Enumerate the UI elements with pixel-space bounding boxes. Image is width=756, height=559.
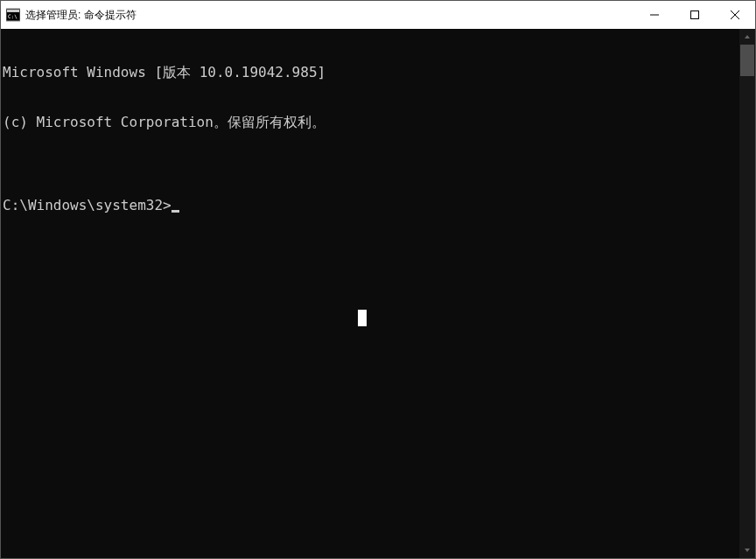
svg-marker-8	[745, 549, 750, 552]
titlebar[interactable]: C:\ 选择管理员: 命令提示符	[1, 1, 755, 29]
window-controls	[634, 1, 755, 29]
svg-rect-1	[7, 10, 19, 12]
selection-block	[358, 310, 367, 326]
cmd-icon: C:\	[6, 8, 20, 22]
scroll-up-button[interactable]	[739, 29, 755, 45]
svg-rect-4	[691, 11, 699, 19]
close-button[interactable]	[715, 1, 755, 29]
prompt-text: C:\Windows\system32>	[3, 197, 172, 213]
scrollbar-thumb[interactable]	[740, 45, 754, 76]
svg-marker-7	[745, 35, 750, 38]
terminal-area: Microsoft Windows [版本 10.0.19042.985] (c…	[1, 29, 755, 558]
cursor	[172, 210, 179, 213]
vertical-scrollbar[interactable]	[739, 29, 755, 558]
scroll-down-button[interactable]	[739, 542, 755, 558]
terminal-line: (c) Microsoft Corporation。保留所有权利。	[3, 114, 739, 130]
svg-text:C:\: C:\	[8, 13, 18, 19]
terminal-output[interactable]: Microsoft Windows [版本 10.0.19042.985] (c…	[1, 29, 739, 558]
command-prompt-window: C:\ 选择管理员: 命令提示符 Microsoft Windows [版本 1…	[0, 0, 756, 559]
maximize-button[interactable]	[675, 1, 715, 29]
prompt-line: C:\Windows\system32>	[3, 197, 739, 213]
terminal-line: Microsoft Windows [版本 10.0.19042.985]	[3, 64, 739, 80]
minimize-button[interactable]	[634, 1, 675, 29]
window-title: 选择管理员: 命令提示符	[25, 8, 136, 23]
scrollbar-track[interactable]	[739, 45, 755, 542]
